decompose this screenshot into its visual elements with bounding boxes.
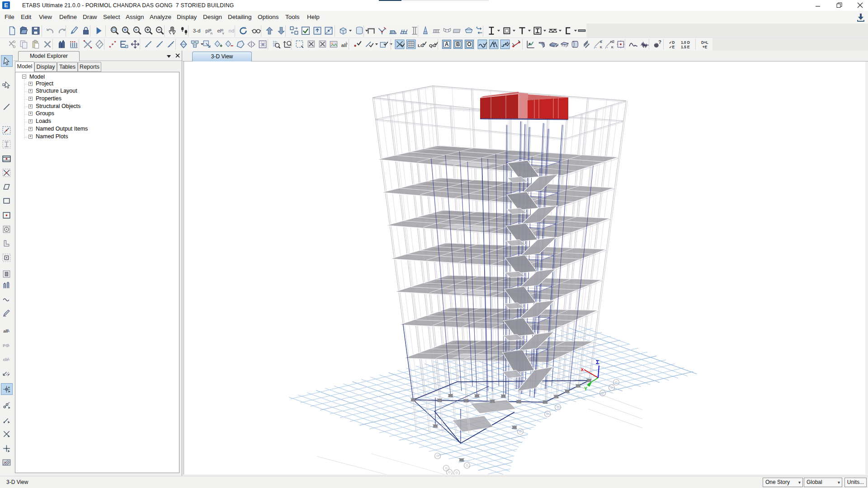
svg-text:+E: +E (703, 45, 708, 49)
svg-text:?: ? (658, 39, 661, 45)
svg-text:1.0 D: 1.0 D (681, 41, 690, 45)
svg-text:Σ: Σ (596, 359, 599, 366)
svg-text:nd: nd (229, 28, 235, 33)
svg-text:HZ: HZ (610, 40, 614, 44)
svg-text:3-d: 3-d (193, 28, 201, 33)
svg-text:all: all (3, 328, 8, 333)
svg-text:K: K (611, 46, 614, 49)
svg-text:A: A (445, 41, 449, 47)
svg-text:E: E (600, 40, 602, 44)
svg-text:✓E: ✓E (669, 45, 675, 49)
svg-text:O: O (467, 41, 471, 47)
svg-text:n: n (210, 31, 212, 35)
svg-text:D+L: D+L (701, 41, 708, 45)
svg-text:1.5 E: 1.5 E (681, 45, 690, 49)
svg-text:✓D: ✓D (669, 41, 675, 45)
svg-text:PS: PS (3, 343, 9, 348)
svg-text:Y: Y (584, 386, 588, 391)
svg-text:E: E (528, 42, 531, 46)
svg-text:x: x (581, 366, 584, 372)
svg-text:K: K (600, 46, 603, 49)
svg-text:B: B (456, 41, 460, 47)
svg-text:clr: clr (3, 357, 9, 362)
svg-text:v: v (222, 31, 224, 35)
svg-text:all: all (341, 42, 347, 48)
